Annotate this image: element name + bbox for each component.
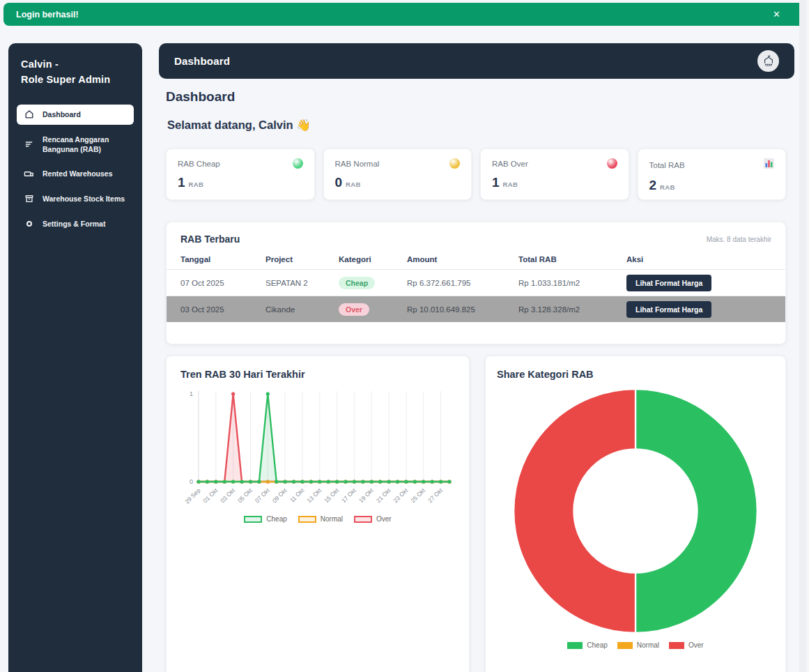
legend-item[interactable]: Normal <box>298 515 343 523</box>
circle-icon <box>24 219 34 229</box>
sidebar: Calvin - Role Super Admin Dashboard Renc… <box>8 43 142 672</box>
scrollbar-track[interactable] <box>799 0 806 672</box>
stat-value: 1 <box>178 175 185 190</box>
legend-label: Over <box>376 515 392 523</box>
legend-swatch <box>617 642 633 649</box>
sidebar-item-rab[interactable]: Rencana Anggaran Bangunan (RAB) <box>17 130 134 159</box>
svg-text:07 Okt: 07 Okt <box>254 487 271 504</box>
stat-label: Total RAB <box>649 161 685 169</box>
sidebar-nav: Dashboard Rencana Anggaran Bangunan (RAB… <box>8 105 142 234</box>
svg-text:27 Okt: 27 Okt <box>426 487 444 504</box>
legend-label: Cheap <box>266 515 286 523</box>
cell-project: SEPATAN 2 <box>265 279 339 287</box>
svg-text:21 Okt: 21 Okt <box>375 487 392 504</box>
stat-value: 1 <box>492 175 500 190</box>
avatar[interactable] <box>757 50 779 72</box>
cell-tanggal: 07 Oct 2025 <box>180 279 265 287</box>
stat-unit: RAB <box>660 183 675 191</box>
svg-text:29 Sep: 29 Sep <box>183 487 201 505</box>
stat-label: RAB Over <box>492 160 528 168</box>
trend-chart-card: Tren RAB 30 Hari Terakhir 29 Sep01 Okt03… <box>166 356 470 672</box>
sidebar-item-warehouse-stock[interactable]: Warehouse Stock Items <box>17 189 134 209</box>
donut-slice-over[interactable] <box>514 389 635 633</box>
cell-tanggal: 03 Oct 2025 <box>180 305 265 314</box>
stat-unit: RAB <box>503 181 518 188</box>
svg-text:03 Okt: 03 Okt <box>219 487 236 504</box>
topbar: Dashboard <box>159 43 794 79</box>
legend-item[interactable]: Cheap <box>244 515 286 523</box>
legend-label: Cheap <box>587 641 607 649</box>
trend-chart-title: Tren RAB 30 Hari Terakhir <box>180 369 455 380</box>
svg-text:01 Okt: 01 Okt <box>201 487 219 504</box>
bar-chart-icon <box>764 158 774 171</box>
topbar-title: Dashboard <box>174 55 230 67</box>
stat-label: RAB Cheap <box>178 160 220 168</box>
sidebar-user-title: Calvin - Role Super Admin <box>8 43 142 96</box>
stat-card-rab-over: RAB Over 1 RAB <box>480 148 629 200</box>
welcome-message: Selamat datang, Calvin 👋 <box>167 119 311 132</box>
cell-amount: Rp 10.010.649.825 <box>407 305 518 314</box>
sidebar-item-label: Settings & Format <box>43 219 105 229</box>
svg-text:11 Okt: 11 Okt <box>288 487 306 504</box>
svg-text:0: 0 <box>190 478 193 485</box>
home-icon <box>24 109 34 120</box>
stat-card-total-rab: Total RAB 2 RAB <box>638 148 787 200</box>
stat-unit: RAB <box>189 181 203 188</box>
cell-total-rab: Rp 3.128.328/m2 <box>518 305 626 314</box>
cell-amount: Rp 6.372.661.795 <box>407 279 518 287</box>
building-logo-icon <box>762 55 775 68</box>
column-header-total-rab: Total RAB <box>518 255 626 264</box>
line-chart-legend: CheapNormalOver <box>180 515 455 523</box>
legend-swatch <box>354 516 372 523</box>
svg-text:13 Okt: 13 Okt <box>305 487 323 504</box>
stat-card-rab-cheap: RAB Cheap 1 RAB <box>166 148 315 200</box>
legend-swatch <box>669 642 684 649</box>
list-icon <box>24 139 34 149</box>
stat-value: 2 <box>649 178 657 193</box>
sidebar-item-dashboard[interactable]: Dashboard <box>17 105 134 125</box>
truck-icon <box>24 169 34 179</box>
sidebar-item-settings[interactable]: Settings & Format <box>17 214 134 234</box>
stat-cards: RAB Cheap 1 RAB RAB Normal 0 RAB RAB Ove… <box>166 148 786 200</box>
svg-text:17 Okt: 17 Okt <box>340 487 357 504</box>
legend-item[interactable]: Cheap <box>567 641 607 649</box>
line-chart: 29 Sep01 Okt03 Okt05 Okt07 Okt09 Okt11 O… <box>180 385 455 515</box>
sidebar-item-label: Rencana Anggaran Bangunan (RAB) <box>43 135 127 154</box>
cell-project: Cikande <box>265 305 339 314</box>
legend-swatch <box>567 642 583 649</box>
column-header-project: Project <box>265 255 339 264</box>
donut-chart <box>497 383 774 639</box>
status-badge: Cheap <box>339 277 375 289</box>
table-row[interactable]: 03 Oct 2025 Cikande Over Rp 10.010.649.8… <box>167 296 785 322</box>
column-header-aksi: Aksi <box>626 255 771 264</box>
lihat-format-harga-button[interactable]: Lihat Format Harga <box>626 275 711 291</box>
legend-label: Over <box>688 641 704 649</box>
stat-value: 0 <box>335 175 343 190</box>
box-icon <box>24 194 34 204</box>
recent-rab-card: RAB Terbaru Maks. 8 data terakhir Tangga… <box>166 222 786 344</box>
sidebar-item-rented-warehouses[interactable]: Rented Warehouses <box>17 164 134 184</box>
share-chart-title: Share Kategori RAB <box>497 369 774 380</box>
donut-slice-cheap[interactable] <box>635 389 757 633</box>
status-badge: Over <box>339 303 369 316</box>
share-chart-card: Share Kategori RAB CheapNormalOver <box>485 356 786 672</box>
legend-item[interactable]: Over <box>354 515 392 523</box>
red-dot-icon <box>607 158 617 169</box>
svg-text:25 Okt: 25 Okt <box>409 487 426 504</box>
svg-text:15 Okt: 15 Okt <box>323 487 340 504</box>
green-dot-icon <box>293 158 303 169</box>
svg-text:23 Okt: 23 Okt <box>392 487 410 504</box>
close-icon[interactable]: ✕ <box>773 10 780 19</box>
legend-item[interactable]: Normal <box>617 641 659 649</box>
stat-label: RAB Normal <box>335 160 380 168</box>
column-header-kategori: Kategori <box>339 255 407 264</box>
svg-text:09 Okt: 09 Okt <box>271 487 288 504</box>
legend-swatch <box>244 516 262 523</box>
table-row[interactable]: 07 Oct 2025 SEPATAN 2 Cheap Rp 6.372.661… <box>167 270 785 296</box>
lihat-format-harga-button[interactable]: Lihat Format Harga <box>626 301 711 318</box>
sidebar-item-label: Rented Warehouses <box>43 169 113 178</box>
stat-card-rab-normal: RAB Normal 0 RAB <box>323 148 472 200</box>
legend-item[interactable]: Over <box>669 641 704 649</box>
sidebar-item-label: Dashboard <box>43 109 81 119</box>
donut-chart-legend: CheapNormalOver <box>497 641 774 649</box>
